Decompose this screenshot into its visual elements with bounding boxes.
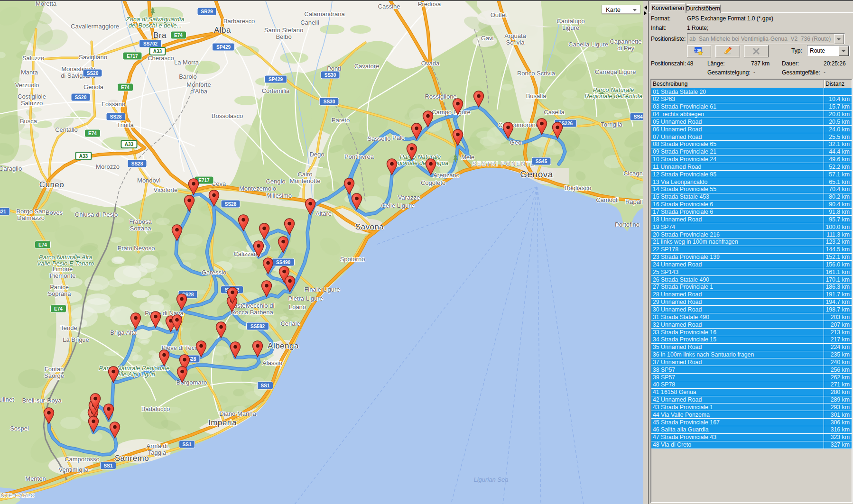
- svg-text:Carrega Ligure: Carrega Ligure: [595, 68, 636, 75]
- svg-text:Alba: Alba: [214, 26, 231, 35]
- svg-text:Badalucco: Badalucco: [141, 405, 170, 412]
- svg-text:Diano Marina: Diano Marina: [219, 410, 256, 417]
- svg-text:Santo Stefano: Santo Stefano: [264, 27, 303, 34]
- svg-text:SS490: SS490: [276, 260, 290, 265]
- svg-text:A33: A33: [125, 142, 134, 147]
- svg-text:Rocca Barbena: Rocca Barbena: [231, 309, 273, 316]
- svg-text:Rapallo: Rapallo: [625, 198, 643, 205]
- svg-text:Chiusa di Pesio: Chiusa di Pesio: [75, 211, 118, 218]
- svg-text:Rossiglione: Rossiglione: [425, 93, 456, 100]
- svg-text:Campo Ligure: Campo Ligure: [432, 109, 471, 116]
- svg-text:Ceriale: Ceriale: [280, 320, 300, 327]
- svg-text:Cuneo: Cuneo: [39, 180, 65, 189]
- svg-text:Ligurian Sea: Ligurian Sea: [474, 476, 509, 483]
- svg-text:S21: S21: [0, 209, 6, 214]
- svg-text:Bra: Bra: [153, 31, 167, 40]
- svg-text:E74: E74: [54, 306, 63, 312]
- svg-text:Casella: Casella: [544, 109, 565, 116]
- svg-text:E74: E74: [38, 242, 47, 247]
- svg-text:SS45: SS45: [536, 159, 547, 164]
- svg-text:Cogoleto: Cogoleto: [421, 179, 445, 186]
- svg-text:Bogliasco: Bogliasco: [565, 184, 591, 192]
- svg-text:Predosa: Predosa: [418, 1, 441, 8]
- svg-text:La Morra: La Morra: [174, 59, 199, 66]
- svg-text:Pareto: Pareto: [332, 117, 350, 124]
- svg-text:Boves: Boves: [46, 209, 63, 216]
- svg-text:SS30: SS30: [324, 99, 335, 104]
- svg-text:SS1: SS1: [261, 383, 270, 388]
- svg-text:Regionale dell'Antola: Regionale dell'Antola: [584, 92, 642, 100]
- svg-text:Albenga: Albenga: [268, 341, 299, 350]
- svg-text:Frabosa: Frabosa: [129, 218, 152, 225]
- svg-text:Moretta: Moretta: [36, 1, 57, 7]
- svg-text:Genova: Genova: [520, 169, 553, 179]
- svg-text:Pietra Ligure: Pietra Ligure: [288, 295, 323, 302]
- svg-text:Savona: Savona: [355, 222, 384, 231]
- svg-text:di Pey: di Pey: [617, 45, 635, 52]
- svg-text:SP429: SP429: [269, 77, 283, 82]
- svg-text:SS45: SS45: [634, 114, 643, 119]
- svg-text:Valle Pesio E Tanaro: Valle Pesio E Tanaro: [37, 260, 94, 267]
- svg-text:Saluzzo: Saluzzo: [21, 100, 43, 107]
- svg-text:SS20: SS20: [87, 71, 99, 76]
- svg-text:Busalla: Busalla: [526, 92, 547, 100]
- svg-text:delle Alpi Liguri: delle Alpi Liguri: [113, 371, 156, 378]
- svg-text:Camogli: Camogli: [596, 196, 619, 203]
- svg-text:Ligure: Ligure: [562, 24, 579, 31]
- svg-text:SESTRI PONENTE: SESTRI PONENTE: [473, 161, 536, 167]
- svg-text:Sottana: Sottana: [130, 225, 152, 232]
- svg-text:Altare: Altare: [315, 210, 332, 217]
- svg-text:Centallo: Centallo: [55, 126, 78, 133]
- svg-text:Ronco Scrivia: Ronco Scrivia: [517, 70, 556, 77]
- svg-text:SS20: SS20: [75, 95, 87, 100]
- svg-text:SS28: SS28: [131, 161, 143, 166]
- svg-text:Cantalupo: Cantalupo: [556, 18, 584, 25]
- svg-text:Palo: Palo: [392, 134, 405, 141]
- svg-text:E74: E74: [88, 131, 97, 136]
- svg-text:E717: E717: [198, 178, 210, 183]
- svg-text:Barbaresco: Barbaresco: [223, 18, 255, 25]
- svg-text:SS28: SS28: [225, 202, 237, 207]
- svg-text:Caraglio: Caraglio: [0, 165, 22, 172]
- svg-text:La Brigue: La Brigue: [63, 336, 89, 343]
- svg-text:Barolo: Barolo: [179, 73, 197, 80]
- svg-text:SR29: SR29: [201, 9, 213, 14]
- svg-text:Borgo San: Borgo San: [16, 208, 45, 215]
- svg-text:MONTE-CARLO: MONTE-CARLO: [0, 493, 35, 498]
- svg-text:Verzuolo: Verzuolo: [15, 82, 39, 89]
- svg-text:Loano: Loano: [289, 303, 306, 311]
- svg-text:Imperia: Imperia: [208, 418, 237, 427]
- svg-text:Scrivia: Scrivia: [506, 39, 525, 46]
- svg-text:Saluzzo: Saluzzo: [22, 55, 44, 62]
- svg-text:Fossano: Fossano: [102, 101, 125, 108]
- svg-text:Belbo: Belbo: [276, 33, 291, 40]
- svg-text:SS702: SS702: [143, 41, 158, 46]
- svg-text:Cassine: Cassine: [378, 3, 400, 10]
- svg-text:Menton: Menton: [25, 475, 46, 482]
- svg-text:Manta: Manta: [21, 69, 38, 76]
- svg-text:Fontan: Fontan: [45, 366, 64, 373]
- svg-text:SS28: SS28: [110, 114, 122, 119]
- svg-text:Finale Ligure: Finale Ligure: [304, 286, 340, 293]
- svg-text:Torriglia: Torriglia: [601, 121, 622, 128]
- svg-text:Cicagna: Cicagna: [623, 170, 643, 177]
- svg-text:SP429: SP429: [216, 45, 231, 50]
- svg-text:Trinità: Trinità: [117, 121, 134, 128]
- svg-text:Monforte: Monforte: [186, 81, 211, 88]
- svg-text:Gavi: Gavi: [481, 35, 494, 42]
- svg-text:Pontinvrea: Pontinvrea: [344, 153, 374, 160]
- svg-text:Cengio: Cengio: [266, 178, 285, 185]
- svg-text:Piemonte: Piemonte: [50, 272, 76, 279]
- svg-text:Vicoforte: Vicoforte: [153, 186, 177, 193]
- svg-text:Calamandrana: Calamandrana: [304, 10, 345, 18]
- svg-text:Capannette: Capannette: [610, 38, 641, 45]
- svg-text:Millesimo: Millesimo: [266, 192, 292, 199]
- svg-text:Ovada: Ovada: [421, 60, 440, 67]
- svg-text:A33: A33: [79, 154, 88, 159]
- svg-text:Alassio: Alassio: [262, 359, 282, 367]
- svg-text:E74: E74: [121, 85, 130, 90]
- svg-text:E717: E717: [127, 54, 138, 59]
- svg-text:Celle Ligure: Celle Ligure: [381, 202, 414, 209]
- svg-text:Outlet: Outlet: [491, 11, 507, 18]
- svg-text:Sospel: Sospel: [10, 425, 29, 432]
